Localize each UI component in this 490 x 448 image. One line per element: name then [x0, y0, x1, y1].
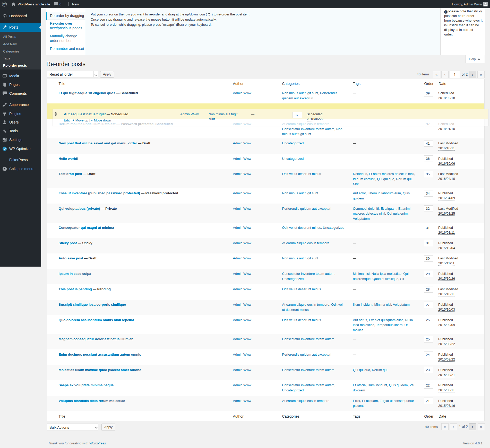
- svg-text:W: W: [3, 2, 6, 6]
